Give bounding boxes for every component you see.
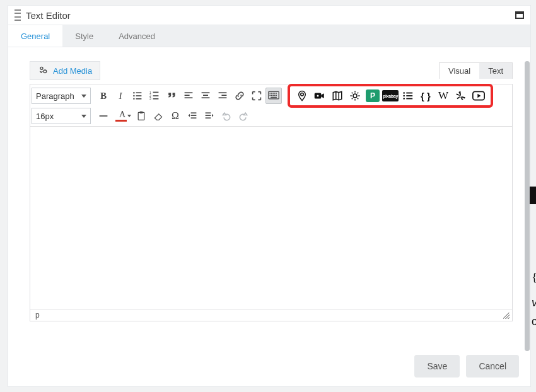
paste-button[interactable] (133, 108, 149, 124)
tab-style[interactable]: Style (62, 25, 106, 47)
pixabay-button[interactable]: pixabay (382, 88, 399, 104)
bold-button[interactable]: B (95, 88, 112, 104)
undo-button[interactable] (218, 108, 235, 124)
svg-rect-9 (153, 95, 159, 96)
media-icon (38, 66, 48, 76)
outdent-button[interactable] (184, 108, 201, 124)
svg-rect-19 (221, 95, 226, 96)
svg-point-35 (353, 94, 357, 98)
special-char-button[interactable]: Ω (167, 108, 184, 124)
svg-rect-18 (219, 92, 227, 93)
svg-point-38 (403, 95, 405, 97)
omega-icon: Ω (172, 110, 179, 122)
location-pin-button[interactable] (294, 88, 310, 104)
svg-rect-48 (191, 117, 197, 118)
list-embed-button[interactable] (400, 88, 416, 104)
svg-rect-28 (271, 95, 272, 96)
chevron-down-icon (81, 95, 86, 98)
svg-rect-15 (202, 92, 210, 93)
add-media-label: Add Media (53, 66, 92, 76)
italic-button[interactable]: I (112, 88, 129, 104)
wikipedia-button[interactable]: W (435, 88, 452, 104)
wikipedia-icon: W (438, 89, 448, 102)
align-left-button[interactable] (180, 88, 197, 104)
weather-button[interactable] (347, 88, 363, 104)
tab-general[interactable]: General (8, 25, 62, 47)
editor-area: Add Media Visual Text Paragraph B I 123 (8, 47, 530, 326)
link-icon (235, 91, 245, 101)
svg-rect-17 (202, 97, 210, 98)
scroll-thumb[interactable] (525, 61, 530, 351)
horizontal-rule-button[interactable] (95, 108, 112, 124)
svg-rect-43 (100, 115, 108, 117)
link-button[interactable] (231, 88, 248, 104)
map-pin-icon (296, 90, 308, 101)
svg-rect-45 (140, 112, 143, 113)
save-button[interactable]: Save (414, 355, 460, 378)
side-widget-tab[interactable] (530, 187, 536, 204)
align-right-icon (218, 91, 228, 101)
add-media-button[interactable]: Add Media (30, 61, 100, 80)
code-braces-button[interactable]: { } (417, 88, 434, 104)
toolbar-toggle-button[interactable] (265, 88, 282, 104)
svg-rect-51 (206, 117, 211, 118)
svg-rect-25 (274, 93, 276, 94)
drag-handle-icon[interactable] (15, 9, 21, 21)
format-dropdown[interactable]: Paragraph (32, 88, 91, 104)
quote-icon (166, 91, 177, 101)
svg-rect-12 (185, 92, 193, 93)
blockquote-button[interactable] (163, 88, 180, 104)
cropped-text: v (532, 296, 536, 309)
fullscreen-button[interactable] (248, 88, 265, 104)
indent-icon (204, 111, 214, 121)
tab-advanced[interactable]: Advanced (106, 25, 168, 47)
resize-handle-icon[interactable] (503, 313, 510, 319)
svg-rect-13 (185, 95, 190, 96)
keyboard-icon (268, 91, 279, 101)
align-center-button[interactable] (197, 88, 214, 104)
editor-panel: Text Editor General Style Advanced Add M… (8, 5, 531, 387)
embed-toolbar-highlight: P pixabay { } W (288, 84, 493, 108)
youtube-button[interactable] (470, 88, 487, 104)
yelp-button[interactable] (453, 88, 469, 104)
expand-window-icon[interactable] (515, 11, 524, 19)
align-left-icon (184, 91, 194, 101)
bullet-list-icon (132, 91, 143, 101)
bullet-list-button[interactable] (129, 88, 146, 104)
indent-button[interactable] (201, 108, 218, 124)
color-swatch (115, 120, 127, 122)
svg-rect-46 (191, 112, 197, 113)
svg-rect-23 (271, 93, 272, 94)
camera-button[interactable] (312, 88, 328, 104)
element-path: p (35, 311, 40, 320)
cancel-button[interactable]: Cancel (466, 355, 519, 378)
status-bar: p (30, 309, 513, 321)
undo-icon (221, 111, 231, 121)
editor-content[interactable] (30, 127, 513, 309)
panel-title: Text Editor (26, 10, 515, 21)
panel-header: Text Editor (8, 6, 530, 25)
fontsize-dropdown[interactable]: 16px (32, 108, 91, 124)
pexels-button[interactable]: P (364, 88, 381, 104)
map-button[interactable] (329, 88, 346, 104)
text-color-button[interactable]: A (112, 108, 132, 124)
clear-format-button[interactable] (150, 108, 166, 124)
svg-point-34 (317, 95, 319, 97)
scrollbar[interactable] (525, 61, 530, 351)
format-dropdown-value: Paragraph (36, 91, 74, 101)
svg-rect-26 (276, 93, 277, 94)
mode-tab-visual[interactable]: Visual (440, 63, 479, 79)
svg-point-36 (403, 92, 405, 94)
editor-mode-tabs: Visual Text (439, 62, 513, 79)
redo-button[interactable] (235, 108, 252, 124)
svg-rect-11 (153, 98, 159, 100)
dialog-buttons: Save Cancel (414, 355, 519, 378)
mode-tab-text[interactable]: Text (479, 63, 512, 79)
pixabay-badge-icon: pixabay (382, 90, 399, 101)
toolbar: Paragraph B I 123 (30, 84, 513, 127)
svg-rect-7 (153, 92, 159, 93)
sun-icon (349, 90, 361, 101)
numbered-list-button[interactable]: 123 (146, 88, 163, 104)
toolbar-row-1: Paragraph B I 123 (32, 86, 511, 106)
align-right-button[interactable] (214, 88, 231, 104)
